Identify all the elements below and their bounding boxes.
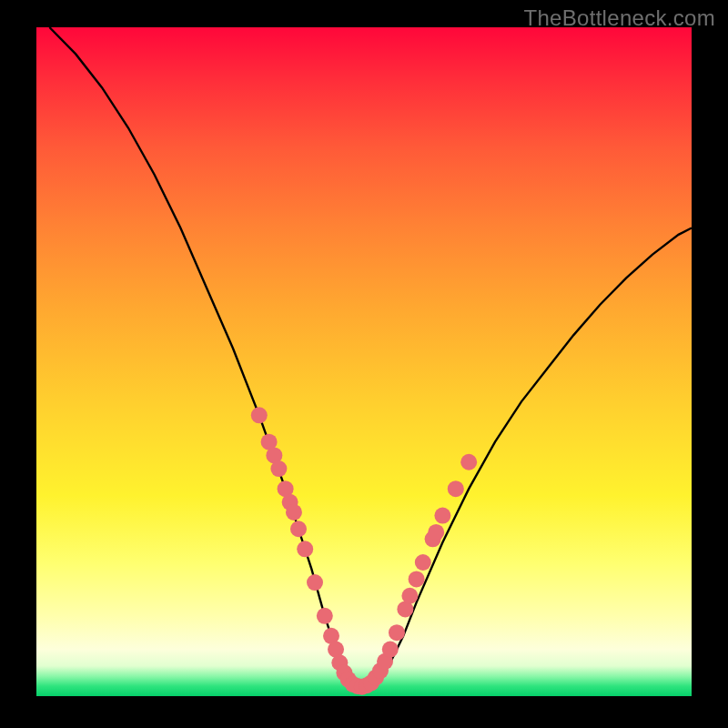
data-marker — [389, 624, 405, 641]
data-marker — [290, 521, 307, 537]
data-marker — [317, 608, 333, 624]
curve-svg — [36, 27, 692, 696]
data-marker — [448, 480, 464, 497]
data-marker — [286, 504, 302, 521]
data-marker — [270, 460, 287, 477]
data-marker — [415, 554, 431, 571]
plot-area — [36, 27, 692, 696]
marker-group — [251, 407, 477, 694]
data-marker — [434, 508, 450, 524]
data-marker — [428, 524, 444, 541]
data-marker — [382, 642, 399, 658]
data-marker — [460, 454, 477, 470]
bottleneck-curve — [49, 27, 692, 686]
data-marker — [307, 574, 323, 591]
data-marker — [409, 571, 425, 587]
data-marker — [297, 541, 313, 557]
data-marker — [401, 588, 418, 604]
data-marker — [251, 407, 268, 423]
chart-frame: TheBottleneck.com — [0, 0, 728, 728]
